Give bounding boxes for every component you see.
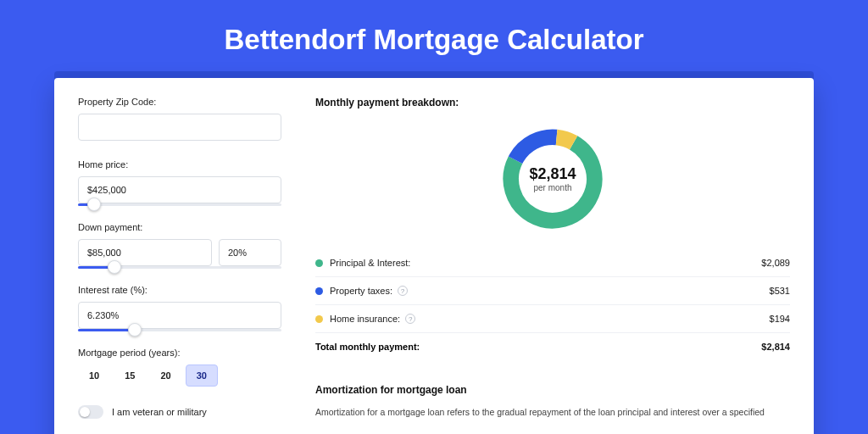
page-title: Bettendorf Mortgage Calculator bbox=[0, 0, 868, 71]
info-icon[interactable]: ? bbox=[405, 314, 415, 324]
breakdown-label: Home insurance: bbox=[330, 314, 400, 324]
down-pct-input[interactable] bbox=[219, 239, 281, 266]
total-row: Total monthly payment: $2,814 bbox=[315, 332, 790, 360]
amort-title: Amortization for mortgage loan bbox=[315, 384, 790, 396]
rate-label: Interest rate (%): bbox=[78, 285, 281, 295]
breakdown-row: Home insurance:?$194 bbox=[315, 304, 790, 332]
field-period: Mortgage period (years): 10152030 bbox=[78, 348, 281, 387]
down-amount-input[interactable] bbox=[78, 239, 212, 266]
field-price: Home price: bbox=[78, 159, 281, 203]
breakdown-row: Property taxes:?$531 bbox=[315, 276, 790, 304]
veteran-row: I am veteran or military bbox=[78, 405, 281, 419]
breakdown-row: Principal & Interest:$2,089 bbox=[315, 249, 790, 276]
period-option-30[interactable]: 30 bbox=[186, 364, 218, 387]
price-label: Home price: bbox=[78, 159, 281, 170]
legend-dot-icon bbox=[315, 315, 323, 323]
calculator-card: Property Zip Code: Home price: Down paym… bbox=[54, 78, 814, 434]
breakdown-title: Monthly payment breakdown: bbox=[315, 97, 790, 108]
info-icon[interactable]: ? bbox=[398, 286, 408, 296]
period-option-10[interactable]: 10 bbox=[78, 364, 110, 387]
breakdown-label: Property taxes: bbox=[330, 286, 392, 296]
rate-input[interactable] bbox=[78, 302, 281, 329]
price-input[interactable] bbox=[78, 176, 281, 203]
breakdown-value: $531 bbox=[770, 286, 790, 296]
veteran-label: I am veteran or military bbox=[112, 407, 207, 417]
period-options: 10152030 bbox=[78, 364, 281, 387]
zip-label: Property Zip Code: bbox=[78, 97, 281, 107]
payment-donut: $2,814 per month bbox=[498, 124, 608, 234]
breakdown-column: Monthly payment breakdown: $2,814 per mo… bbox=[298, 97, 790, 434]
legend-dot-icon bbox=[315, 287, 323, 295]
amort-text: Amortization for a mortgage loan refers … bbox=[315, 406, 790, 420]
breakdown-value: $194 bbox=[770, 314, 790, 324]
donut-center-value: $2,814 bbox=[529, 165, 576, 183]
donut-wrap: $2,814 per month bbox=[315, 117, 790, 249]
period-option-15[interactable]: 15 bbox=[114, 364, 146, 387]
field-rate: Interest rate (%): bbox=[78, 285, 281, 329]
total-label: Total monthly payment: bbox=[315, 342, 420, 352]
veteran-toggle[interactable] bbox=[78, 405, 103, 419]
donut-center-label: per month bbox=[533, 183, 571, 192]
down-label: Down payment: bbox=[78, 222, 281, 232]
field-zip: Property Zip Code: bbox=[78, 97, 281, 141]
form-column: Property Zip Code: Home price: Down paym… bbox=[78, 97, 298, 434]
period-label: Mortgage period (years): bbox=[78, 348, 281, 358]
total-value: $2,814 bbox=[761, 342, 790, 352]
amortization-section: Amortization for mortgage loan Amortizat… bbox=[315, 384, 790, 420]
breakdown-value: $2,089 bbox=[761, 258, 790, 268]
breakdown-label: Principal & Interest: bbox=[330, 258, 410, 268]
period-option-20[interactable]: 20 bbox=[150, 364, 182, 387]
breakdown-rows: Principal & Interest:$2,089Property taxe… bbox=[315, 249, 790, 332]
field-down: Down payment: bbox=[78, 222, 281, 266]
zip-input[interactable] bbox=[78, 114, 281, 141]
legend-dot-icon bbox=[315, 259, 323, 267]
